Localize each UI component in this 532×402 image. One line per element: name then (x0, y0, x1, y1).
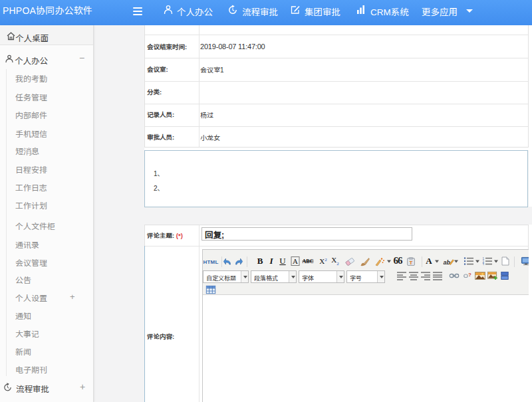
svg-text:ab: ab (444, 259, 451, 266)
svg-text:T: T (410, 260, 413, 266)
svg-text:?: ? (468, 272, 471, 278)
svg-text:3: 3 (483, 263, 485, 266)
